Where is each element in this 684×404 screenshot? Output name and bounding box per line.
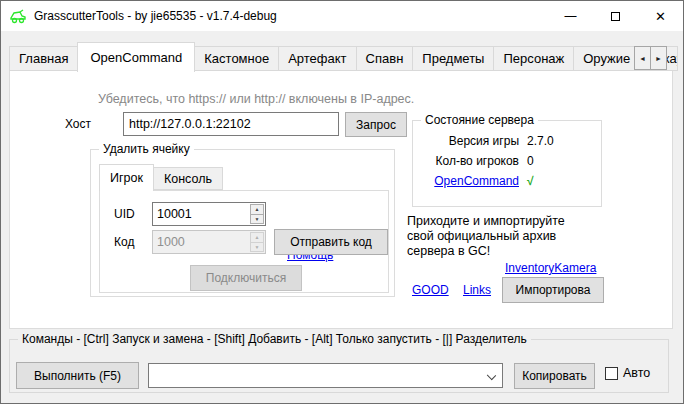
maximize-button[interactable] bbox=[593, 1, 638, 31]
remove-cell-tab-strip: Игрок Консоль bbox=[99, 164, 222, 190]
tab-opencommand[interactable]: OpenCommand bbox=[77, 42, 195, 72]
https-hint-text: Убедитесь, что https:// или http:// вклю… bbox=[98, 92, 414, 106]
tab-character[interactable]: Персонаж bbox=[493, 46, 574, 71]
opencommand-link[interactable]: OpenCommand bbox=[417, 174, 519, 188]
main-tab-strip: Главная OpenCommand Кастомное Артефакт С… bbox=[9, 41, 677, 71]
import-hint-line: Приходите и импортируйте bbox=[407, 214, 565, 229]
connect-button[interactable]: Подключиться bbox=[190, 265, 302, 291]
game-version-value: 2.7.0 bbox=[527, 134, 554, 148]
close-button[interactable]: ✕ bbox=[638, 1, 683, 31]
tab-items[interactable]: Предметы bbox=[412, 46, 494, 71]
tab-artifact[interactable]: Артефакт bbox=[278, 46, 356, 71]
command-combobox[interactable] bbox=[148, 363, 503, 388]
auto-checkbox-wrap: Авто bbox=[605, 366, 650, 380]
spin-down-icon: ▼ bbox=[255, 216, 260, 222]
auto-checkbox-label: Авто bbox=[623, 366, 650, 380]
opencommand-status-row: OpenCommand √ bbox=[413, 174, 603, 189]
maximize-icon bbox=[611, 12, 620, 21]
import-hint-line: свой официальный архив bbox=[407, 229, 565, 244]
spin-up-icon: ▲ bbox=[255, 206, 260, 212]
links-link[interactable]: Links bbox=[463, 283, 491, 297]
chevron-down-icon bbox=[487, 371, 496, 380]
good-link[interactable]: GOOD bbox=[412, 283, 449, 297]
opencommand-ok-icon: √ bbox=[527, 174, 534, 188]
auto-checkbox[interactable] bbox=[605, 367, 618, 380]
send-code-button[interactable]: Отправить код bbox=[274, 229, 388, 255]
host-label: Хост bbox=[65, 117, 91, 131]
tab-custom[interactable]: Кастомное bbox=[194, 46, 279, 71]
tab-spawn[interactable]: Спавн bbox=[356, 46, 414, 71]
code-spinner: ▲ ▼ bbox=[152, 230, 266, 254]
app-logo-icon bbox=[9, 9, 27, 24]
player-count-row: Кол-во игроков 0 bbox=[413, 154, 603, 169]
remove-cell-group: Удалить ячейку Игрок Консоль UID ▲ ▼ Пом… bbox=[90, 149, 395, 297]
code-spin-buttons: ▲ ▼ bbox=[249, 231, 265, 253]
copy-button[interactable]: Копировать bbox=[514, 363, 595, 389]
run-command-button[interactable]: Выполнить (F5) bbox=[16, 362, 139, 389]
spin-down-icon: ▼ bbox=[255, 244, 260, 250]
player-count-value: 0 bbox=[527, 154, 534, 168]
server-version-row: Версия игры 2.7.0 bbox=[413, 134, 603, 149]
spin-down-button[interactable]: ▼ bbox=[250, 242, 264, 253]
caption-buttons: — ✕ bbox=[548, 1, 683, 31]
commands-group-title: Команды - [Ctrl] Запуск и замена - [Shif… bbox=[18, 332, 531, 346]
remove-cell-group-title: Удалить ячейку bbox=[99, 142, 194, 156]
spin-down-button[interactable]: ▼ bbox=[250, 214, 264, 225]
code-label: Код bbox=[114, 235, 134, 249]
inventorykamera-link[interactable]: InventoryKamera bbox=[505, 261, 596, 275]
uid-input[interactable] bbox=[153, 203, 249, 225]
tab-scroll-right-button[interactable]: ► bbox=[650, 46, 667, 70]
close-icon: ✕ bbox=[655, 9, 666, 24]
arrow-left-icon: ◄ bbox=[639, 55, 646, 62]
app-window: GrasscutterTools - by jie65535 - v1.7.4-… bbox=[0, 0, 684, 404]
title-bar: GrasscutterTools - by jie65535 - v1.7.4-… bbox=[1, 1, 683, 31]
server-status-group-title: Состояние сервера bbox=[421, 113, 538, 127]
code-input[interactable] bbox=[153, 231, 249, 253]
tab-console[interactable]: Консоль bbox=[153, 167, 223, 190]
uid-spin-buttons: ▲ ▼ bbox=[249, 203, 265, 225]
player-tab-page: UID ▲ ▼ Помощь Код ▲ ▼ От bbox=[99, 190, 389, 293]
minimize-icon: — bbox=[565, 9, 577, 23]
arrow-right-icon: ► bbox=[655, 55, 662, 62]
tab-player[interactable]: Игрок bbox=[99, 164, 154, 191]
import-button[interactable]: Импортирова bbox=[502, 277, 604, 303]
server-status-group: Состояние сервера Версия игры 2.7.0 Кол-… bbox=[412, 120, 602, 207]
request-button[interactable]: Запрос bbox=[345, 112, 407, 137]
player-count-label: Кол-во игроков bbox=[417, 154, 519, 168]
tab-scroll-left-button[interactable]: ◄ bbox=[634, 46, 651, 70]
import-hint-line: сервера в GC! bbox=[407, 244, 565, 259]
import-hint-text: Приходите и импортируйте свой официальны… bbox=[407, 214, 565, 259]
tab-weapon[interactable]: Оружие bbox=[573, 46, 640, 71]
host-input[interactable] bbox=[123, 112, 339, 136]
window-title: GrasscutterTools - by jie65535 - v1.7.4-… bbox=[34, 9, 277, 23]
uid-spinner: ▲ ▼ bbox=[152, 202, 266, 226]
minimize-button[interactable]: — bbox=[548, 1, 593, 31]
opencommand-page: Убедитесь, что https:// или http:// вклю… bbox=[9, 70, 673, 329]
tab-main[interactable]: Главная bbox=[9, 46, 78, 71]
game-version-label: Версия игры bbox=[417, 134, 519, 148]
spin-up-icon: ▲ bbox=[255, 234, 260, 240]
tab-scroll-buttons: ◄ ► bbox=[635, 46, 667, 70]
uid-label: UID bbox=[114, 207, 135, 221]
commands-group: Команды - [Ctrl] Запуск и замена - [Shif… bbox=[9, 339, 669, 393]
